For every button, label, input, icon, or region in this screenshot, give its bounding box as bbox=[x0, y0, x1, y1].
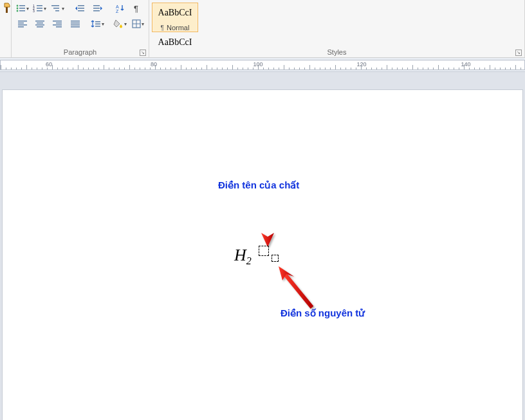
svg-rect-12 bbox=[37, 10, 42, 12]
annotation-top: Điền tên của chất bbox=[218, 179, 299, 191]
svg-rect-21 bbox=[93, 10, 100, 12]
svg-text:A: A bbox=[116, 5, 119, 9]
arrow-top bbox=[259, 192, 278, 250]
formula-base: H bbox=[234, 246, 246, 264]
decrease-indent-icon[interactable] bbox=[72, 1, 88, 15]
svg-rect-14 bbox=[53, 8, 59, 9]
svg-rect-34 bbox=[56, 23, 62, 24]
align-left-icon[interactable] bbox=[14, 17, 30, 31]
svg-rect-27 bbox=[18, 24, 27, 26]
svg-rect-16 bbox=[78, 5, 84, 6]
svg-rect-38 bbox=[71, 23, 80, 24]
ruler-label: 140 bbox=[461, 61, 470, 68]
numbering-icon[interactable]: 123▾ bbox=[32, 1, 48, 15]
svg-rect-25 bbox=[18, 21, 27, 22]
svg-rect-28 bbox=[18, 26, 24, 28]
multilevel-icon[interactable]: ▾ bbox=[50, 1, 66, 15]
shading-icon[interactable]: ▾ bbox=[112, 17, 128, 31]
equation-placeholder-sub[interactable] bbox=[272, 255, 279, 262]
styles-group: AaBbCcI¶ NormalAaBbCcI¶ No Spac...AaBbCc… bbox=[149, 0, 525, 57]
svg-rect-33 bbox=[53, 21, 62, 22]
borders-icon[interactable]: ▾ bbox=[130, 17, 146, 31]
svg-rect-30 bbox=[37, 23, 43, 24]
svg-rect-8 bbox=[37, 5, 42, 6]
svg-rect-15 bbox=[55, 10, 59, 12]
paragraph-group-label: Paragraph bbox=[64, 48, 97, 56]
svg-rect-35 bbox=[53, 24, 62, 26]
increase-indent-icon[interactable] bbox=[89, 1, 106, 15]
annotation-bottom: Điền số nguyên tử bbox=[281, 307, 365, 319]
svg-point-1 bbox=[17, 5, 19, 7]
svg-rect-31 bbox=[35, 24, 44, 26]
justify-icon[interactable] bbox=[67, 17, 83, 31]
svg-rect-6 bbox=[19, 10, 25, 12]
svg-rect-39 bbox=[71, 24, 80, 26]
svg-rect-13 bbox=[51, 5, 59, 6]
style-item--normal[interactable]: AaBbCcI¶ Normal bbox=[152, 3, 198, 32]
align-right-icon[interactable] bbox=[50, 17, 66, 31]
svg-point-3 bbox=[17, 8, 19, 10]
paragraph-launcher-icon[interactable]: ↘ bbox=[140, 50, 146, 56]
style-sample: AaBbCcI bbox=[158, 34, 192, 47]
svg-rect-32 bbox=[37, 26, 43, 28]
style-item--no-spac-[interactable]: AaBbCcI¶ No Spac... bbox=[152, 32, 198, 47]
ruler-label: 80 bbox=[151, 61, 157, 68]
svg-rect-19 bbox=[93, 5, 100, 6]
styles-group-label: Styles bbox=[327, 48, 347, 56]
svg-text:¶: ¶ bbox=[134, 4, 138, 13]
ribbon: ▾ 123▾ ▾ AZ bbox=[0, 0, 525, 58]
svg-rect-4 bbox=[19, 8, 25, 9]
svg-rect-37 bbox=[71, 21, 80, 22]
page[interactable]: Điền tên của chất H2 bbox=[3, 90, 522, 420]
format-painter-icon[interactable] bbox=[3, 1, 12, 15]
style-name: ¶ Normal bbox=[161, 24, 190, 32]
styles-launcher-icon[interactable]: ↘ bbox=[515, 50, 522, 56]
svg-rect-2 bbox=[19, 5, 25, 6]
svg-rect-36 bbox=[56, 26, 62, 28]
svg-rect-43 bbox=[95, 26, 100, 27]
svg-rect-41 bbox=[95, 21, 100, 23]
ruler[interactable]: 6080100120140 bbox=[0, 58, 525, 72]
align-center-icon[interactable] bbox=[32, 17, 48, 31]
svg-rect-40 bbox=[71, 26, 80, 28]
line-spacing-icon[interactable]: ▾ bbox=[89, 17, 106, 31]
svg-rect-29 bbox=[35, 21, 44, 22]
formula-subscript: 2 bbox=[246, 255, 252, 266]
svg-rect-42 bbox=[95, 24, 100, 25]
svg-rect-20 bbox=[93, 8, 100, 9]
svg-text:Z: Z bbox=[116, 9, 119, 13]
ruler-label: 120 bbox=[356, 61, 366, 68]
equation-placeholder-main[interactable] bbox=[259, 246, 269, 256]
svg-rect-0 bbox=[6, 7, 8, 13]
svg-rect-10 bbox=[37, 8, 42, 9]
svg-text:3: 3 bbox=[33, 9, 35, 13]
style-sample: AaBbCcI bbox=[158, 5, 192, 21]
sort-icon[interactable]: AZ bbox=[112, 1, 128, 15]
show-marks-icon[interactable]: ¶ bbox=[130, 1, 146, 15]
svg-rect-18 bbox=[78, 10, 84, 12]
arrow-bottom bbox=[276, 262, 321, 314]
formula[interactable]: H2 bbox=[234, 246, 252, 267]
document-area: Điền tên của chất H2 bbox=[0, 72, 525, 420]
svg-point-5 bbox=[17, 10, 19, 12]
svg-rect-26 bbox=[18, 23, 24, 24]
paragraph-group: ▾ 123▾ ▾ AZ bbox=[12, 0, 149, 57]
ruler-label: 60 bbox=[46, 61, 52, 68]
bullets-icon[interactable]: ▾ bbox=[14, 1, 30, 15]
styles-gallery[interactable]: AaBbCcI¶ NormalAaBbCcI¶ No Spac...AaBbCc… bbox=[152, 1, 522, 47]
svg-rect-17 bbox=[78, 8, 84, 9]
